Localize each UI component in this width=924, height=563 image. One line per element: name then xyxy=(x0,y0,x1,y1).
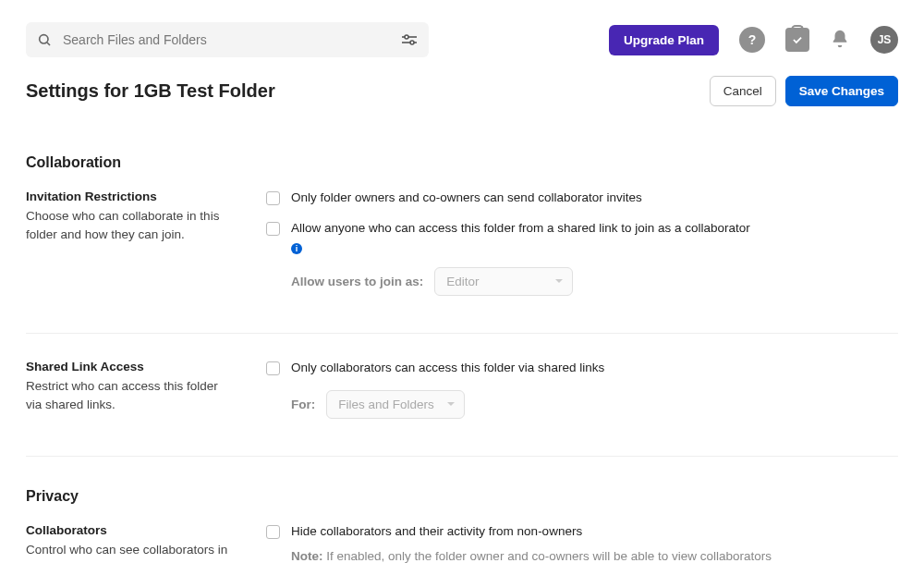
invitation-label: Invitation Restrictions xyxy=(26,190,229,203)
checkbox-owners-only[interactable] xyxy=(266,191,280,205)
checkbox-row-hide-collaborators: Hide collaborators and their activity fr… xyxy=(266,523,898,541)
checkbox-collaborators-only-label: Only collaborators can access this folde… xyxy=(291,360,604,377)
join-as-label: Allow users to join as: xyxy=(291,275,423,288)
cancel-button[interactable]: Cancel xyxy=(710,76,776,106)
checkbox-shared-link-join[interactable] xyxy=(266,222,280,236)
collaborators-desc: Control who can see collaborators in thi… xyxy=(26,541,229,563)
info-icon[interactable]: i xyxy=(291,243,302,254)
topbar-right: Upgrade Plan ? JS xyxy=(609,25,898,55)
page-title: Settings for 1GB Test Folder xyxy=(26,80,275,102)
checkbox-row-collaborators-only: Only collaborators can access this folde… xyxy=(266,360,898,377)
section-collaboration-title: Collaboration xyxy=(26,154,898,171)
collaborators-label: Collaborators xyxy=(26,523,229,537)
help-icon[interactable]: ? xyxy=(739,27,765,53)
join-as-row: Allow users to join as: Editor xyxy=(291,267,898,296)
avatar[interactable]: JS xyxy=(870,26,898,54)
save-button[interactable]: Save Changes xyxy=(785,76,898,106)
svg-point-0 xyxy=(40,35,48,43)
divider xyxy=(26,456,898,457)
search-input[interactable] xyxy=(63,32,401,47)
search-icon xyxy=(37,32,52,47)
hide-collaborators-note: Note: If enabled, only the folder owner … xyxy=(291,546,790,563)
page-header: Settings for 1GB Test Folder Cancel Save… xyxy=(0,68,924,129)
filter-icon[interactable] xyxy=(401,33,418,46)
checkbox-row-shared-link-join: Allow anyone who can access this folder … xyxy=(266,220,898,238)
divider xyxy=(26,333,898,334)
checkbox-row-owners-only: Only folder owners and co-owners can sen… xyxy=(266,190,898,207)
notifications-icon[interactable] xyxy=(830,29,850,52)
section-privacy-title: Privacy xyxy=(26,488,898,505)
top-bar: Upgrade Plan ? JS xyxy=(0,0,924,68)
content: Collaboration Invitation Restrictions Ch… xyxy=(0,154,924,563)
setting-shared-link-access: Shared Link Access Restrict who can acce… xyxy=(26,360,898,445)
for-select: Files and Folders xyxy=(326,390,465,419)
for-row: For: Files and Folders xyxy=(291,390,898,419)
setting-invitation-restrictions: Invitation Restrictions Choose who can c… xyxy=(26,190,898,322)
upgrade-button[interactable]: Upgrade Plan xyxy=(609,25,719,55)
tasks-icon[interactable] xyxy=(785,28,809,52)
svg-point-3 xyxy=(405,35,408,39)
checkbox-collaborators-only[interactable] xyxy=(266,361,280,375)
invitation-desc: Choose who can collaborate in this folde… xyxy=(26,207,229,245)
checkbox-owners-only-label: Only folder owners and co-owners can sen… xyxy=(291,190,642,207)
search-box[interactable] xyxy=(26,22,429,57)
svg-point-5 xyxy=(410,41,414,44)
checkbox-shared-link-join-label: Allow anyone who can access this folder … xyxy=(291,220,750,238)
svg-line-1 xyxy=(47,43,50,45)
checkbox-hide-collaborators[interactable] xyxy=(266,525,280,539)
join-as-select: Editor xyxy=(434,267,573,296)
for-label: For: xyxy=(291,398,315,411)
header-actions: Cancel Save Changes xyxy=(710,76,898,106)
setting-collaborators-privacy: Collaborators Control who can see collab… xyxy=(26,523,898,563)
checkbox-hide-collaborators-label: Hide collaborators and their activity fr… xyxy=(291,523,582,541)
shared-link-label: Shared Link Access xyxy=(26,360,229,373)
shared-link-desc: Restrict who can access this folder via … xyxy=(26,377,229,415)
